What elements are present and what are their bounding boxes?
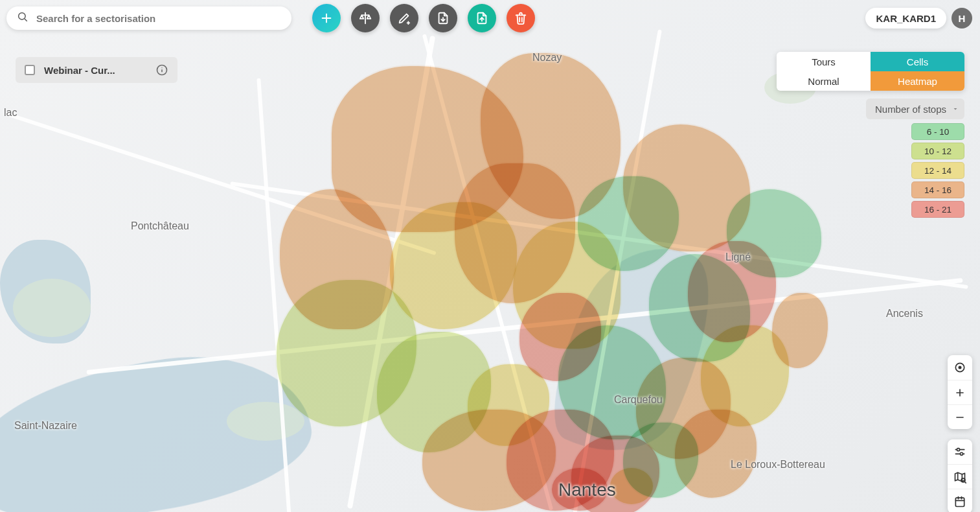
user-name: KAR_KARD1 xyxy=(865,8,946,29)
heatmap-legend: 6 - 10 10 - 12 12 - 14 14 - 16 16 - 21 xyxy=(911,123,964,218)
toggle-tours[interactable]: Tours xyxy=(777,52,871,71)
user-avatar[interactable]: H xyxy=(952,8,972,29)
sector-heatmap xyxy=(272,45,829,512)
legend-item: 16 - 21 xyxy=(911,201,964,218)
item-label: Webinar - Cur... xyxy=(44,65,146,76)
edit-button[interactable] xyxy=(390,4,418,32)
svg-line-1 xyxy=(25,19,27,21)
toggle-heatmap[interactable]: Heatmap xyxy=(871,71,964,91)
metric-dropdown[interactable]: Number of stops xyxy=(866,99,964,119)
zoom-controls xyxy=(948,355,972,429)
recenter-button[interactable] xyxy=(948,355,972,380)
info-icon[interactable] xyxy=(155,64,168,76)
map-tools xyxy=(948,439,972,512)
chevron-down-icon xyxy=(952,104,959,115)
balance-button[interactable] xyxy=(351,4,380,32)
zoom-in-button[interactable] xyxy=(948,380,972,404)
calendar-button[interactable] xyxy=(948,489,972,512)
legend-item: 6 - 10 xyxy=(911,123,964,140)
add-button[interactable] xyxy=(312,4,341,32)
city-label: Ancenis xyxy=(886,308,923,320)
svg-point-12 xyxy=(959,366,961,368)
svg-line-21 xyxy=(965,482,966,483)
metric-label: Number of stops xyxy=(875,104,946,115)
legend-item: 10 - 12 xyxy=(911,143,964,159)
svg-point-0 xyxy=(19,13,26,20)
legend-item: 14 - 16 xyxy=(911,181,964,198)
svg-rect-22 xyxy=(955,498,964,506)
svg-point-19 xyxy=(960,452,963,455)
export-button[interactable] xyxy=(468,4,496,32)
action-toolbar xyxy=(312,4,535,32)
svg-point-4 xyxy=(161,67,162,68)
delete-button[interactable] xyxy=(507,4,535,32)
zoom-out-button[interactable] xyxy=(948,404,972,429)
user-menu[interactable]: KAR_KARD1 H xyxy=(865,6,972,30)
search-input[interactable] xyxy=(36,13,281,24)
toggle-normal[interactable]: Normal xyxy=(777,71,871,91)
filter-button[interactable] xyxy=(948,439,972,464)
legend-item: 12 - 14 xyxy=(911,162,964,179)
search-bar[interactable] xyxy=(6,6,291,30)
search-icon xyxy=(17,11,28,25)
toggle-cells[interactable]: Cells xyxy=(871,52,964,71)
item-checkbox[interactable] xyxy=(25,65,35,75)
view-toggles: Tours Cells Normal Heatmap xyxy=(777,52,964,91)
sectorisation-item[interactable]: Webinar - Cur... xyxy=(16,57,177,83)
map-search-button[interactable] xyxy=(948,464,972,489)
city-label: Pontchâteau xyxy=(131,220,189,232)
svg-point-18 xyxy=(957,448,959,451)
import-button[interactable] xyxy=(429,4,457,32)
